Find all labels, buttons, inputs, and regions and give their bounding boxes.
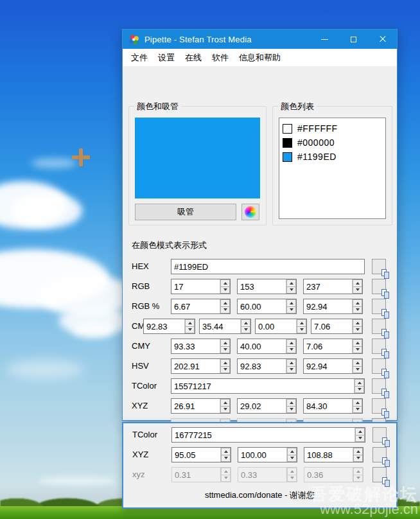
spinner-down-button[interactable]: [286, 287, 296, 294]
spinner-down-button[interactable]: [220, 307, 230, 314]
second-xyz-input-1[interactable]: [238, 448, 286, 462]
spinner-down-button[interactable]: [297, 327, 306, 334]
second-xyz-input-0[interactable]: [172, 448, 220, 462]
spinner-up-button[interactable]: [353, 399, 362, 407]
main-cmyk-input-0[interactable]: [144, 319, 184, 333]
main-tcolor-input-0[interactable]: [171, 379, 354, 393]
main-rgb-copy-button[interactable]: [372, 279, 386, 294]
spinner-up-button[interactable]: [354, 379, 364, 387]
spinner-up-button[interactable]: [220, 279, 230, 287]
spinner-up-button[interactable]: [221, 468, 231, 475]
maximize-button[interactable]: [339, 30, 368, 49]
spinner-down-button[interactable]: [353, 327, 362, 334]
spinner-down-button[interactable]: [185, 327, 195, 334]
main-hex-copy-button[interactable]: [372, 259, 386, 274]
color-list-item[interactable]: #1199ED: [283, 150, 385, 164]
spinner-up-button[interactable]: [286, 399, 296, 407]
second-tcolor-copy-button[interactable]: [372, 427, 387, 443]
spinner-up-button[interactable]: [286, 359, 296, 367]
spinner-down-button[interactable]: [354, 387, 364, 394]
titlebar[interactable]: Pipette - Stefan Trost Media: [123, 30, 397, 49]
spinner-up-button[interactable]: [286, 279, 296, 287]
main-hex-input-0[interactable]: [171, 260, 364, 274]
main-rgb-input-0[interactable]: [171, 279, 220, 294]
spinner-up-button[interactable]: [353, 468, 363, 475]
spinner-up-button[interactable]: [220, 299, 230, 307]
second-xyz-copy-button[interactable]: [372, 467, 387, 482]
second-xyz-input-2[interactable]: [304, 448, 353, 462]
spinner-down-button[interactable]: [220, 367, 230, 374]
spinner-down-button[interactable]: [353, 287, 362, 294]
main-hsv-input-0[interactable]: [171, 359, 220, 373]
spinner-down-button[interactable]: [353, 347, 362, 354]
main-rgb-input-0[interactable]: [171, 299, 220, 313]
spinner-down-button[interactable]: [220, 407, 230, 414]
spinner-down-button[interactable]: [353, 367, 362, 374]
spinner-down-button[interactable]: [355, 435, 365, 443]
main-tcolor-copy-button[interactable]: [372, 378, 386, 394]
spinner-down-button[interactable]: [221, 475, 231, 482]
second-xyz-input-1[interactable]: [238, 468, 286, 482]
spinner-up-button[interactable]: [353, 299, 362, 307]
spinner-up-button[interactable]: [286, 299, 296, 307]
menu-software[interactable]: 软件: [207, 49, 234, 66]
spinner-down-button[interactable]: [241, 327, 250, 334]
main-cmyk-input-1[interactable]: [200, 319, 240, 333]
spinner-up-button[interactable]: [287, 468, 297, 475]
menu-info-help[interactable]: 信息和帮助: [234, 49, 286, 66]
main-cmy-input-2[interactable]: [304, 339, 352, 353]
main-rgb-input-1[interactable]: [238, 279, 286, 294]
color-list-item[interactable]: #FFFFFF: [283, 121, 385, 136]
spinner-up-button[interactable]: [353, 359, 362, 367]
color-list-item[interactable]: #000000: [283, 136, 385, 150]
spinner-down-button[interactable]: [220, 287, 230, 294]
spinner-up-button[interactable]: [220, 339, 230, 347]
second-xyz-copy-button[interactable]: [372, 447, 387, 462]
spinner-up-button[interactable]: [353, 279, 362, 287]
spinner-down-button[interactable]: [287, 475, 297, 482]
main-cmy-copy-button[interactable]: [372, 339, 386, 354]
second-tcolor-input-0[interactable]: [172, 428, 354, 442]
spinner-up-button[interactable]: [355, 428, 365, 435]
spinner-up-button[interactable]: [353, 319, 362, 327]
main-xyz-input-2[interactable]: [304, 399, 352, 413]
spinner-down-button[interactable]: [286, 347, 296, 354]
menu-online[interactable]: 在线: [180, 49, 207, 66]
spinner-up-button[interactable]: [221, 448, 231, 455]
spinner-down-button[interactable]: [286, 307, 296, 314]
menu-settings[interactable]: 设置: [153, 49, 180, 66]
main-xyz-input-1[interactable]: [238, 399, 286, 413]
spinner-down-button[interactable]: [220, 347, 230, 354]
spinner-down-button[interactable]: [286, 367, 296, 374]
main-xyz-input-0[interactable]: [171, 399, 220, 413]
main-cmyk-input-3[interactable]: [311, 319, 352, 333]
second-xyz-input-0[interactable]: [172, 468, 220, 482]
second-xyz-input-2[interactable]: [304, 468, 353, 482]
main-cmy-input-0[interactable]: [171, 339, 220, 353]
spinner-up-button[interactable]: [287, 448, 297, 455]
spinner-down-button[interactable]: [353, 455, 363, 462]
spinner-down-button[interactable]: [287, 455, 297, 462]
spinner-down-button[interactable]: [286, 407, 296, 414]
spinner-up-button[interactable]: [220, 399, 230, 407]
menu-file[interactable]: 文件: [126, 49, 153, 66]
spinner-up-button[interactable]: [353, 448, 363, 455]
close-button[interactable]: [368, 30, 397, 49]
main-rgb-input-2[interactable]: [304, 279, 352, 294]
main-hsv-input-1[interactable]: [238, 359, 286, 373]
main-rgb-input-2[interactable]: [304, 299, 352, 313]
minimize-button[interactable]: [310, 30, 339, 49]
pipette-button[interactable]: 吸管: [135, 204, 236, 220]
main-hsv-copy-button[interactable]: [372, 358, 386, 374]
main-cmyk-copy-button[interactable]: [372, 319, 386, 334]
spinner-up-button[interactable]: [286, 339, 296, 347]
main-rgb-copy-button[interactable]: [372, 299, 386, 314]
main-hsv-input-2[interactable]: [304, 359, 352, 373]
color-wheel-button[interactable]: [241, 204, 259, 220]
spinner-down-button[interactable]: [221, 455, 231, 462]
spinner-up-button[interactable]: [241, 319, 250, 327]
main-cmy-input-1[interactable]: [238, 339, 286, 353]
spinner-up-button[interactable]: [297, 319, 306, 327]
spinner-down-button[interactable]: [353, 307, 362, 314]
main-rgb-input-1[interactable]: [238, 299, 286, 313]
